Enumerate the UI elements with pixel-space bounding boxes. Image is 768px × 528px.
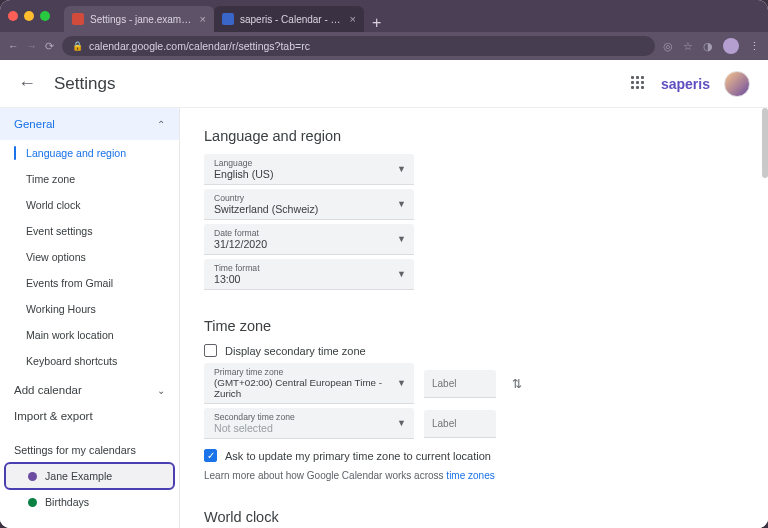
checkbox-label: Display secondary time zone (225, 345, 366, 357)
browser-toolbar: ← → ⟳ 🔒 calendar.google.com/calendar/r/s… (0, 32, 768, 60)
dropdown-primary-timezone[interactable]: Primary time zone (GMT+02:00) Central Eu… (204, 363, 414, 404)
back-arrow-icon[interactable]: ← (18, 73, 36, 94)
calendar-name: Jane Example (45, 470, 112, 482)
swap-timezones-icon[interactable]: ⇅ (512, 377, 522, 391)
sidebar-heading-my-calendars: Settings for my calendars (0, 432, 179, 462)
dropdown-value: Not selected (214, 422, 295, 434)
browser-tab-0[interactable]: Settings - jane.example@sap… × (64, 6, 214, 32)
section-title-language-region: Language and region (204, 128, 744, 144)
calendar-color-dot (28, 498, 37, 507)
sidebar-item-label: Import & export (14, 410, 93, 422)
caret-down-icon: ▼ (397, 164, 406, 174)
caret-down-icon: ▼ (397, 234, 406, 244)
calendar-name: Birthdays (45, 496, 89, 508)
sidebar-item-time-zone[interactable]: Time zone (0, 166, 179, 192)
calendar-item-birthdays[interactable]: Birthdays (6, 490, 173, 514)
dropdown-label: Date format (214, 228, 267, 238)
profile-avatar[interactable] (723, 38, 739, 54)
settings-sidebar: General ⌃ Language and region Time zone … (0, 108, 180, 528)
sidebar-group-label: Add calendar (14, 384, 82, 396)
close-window-button[interactable] (8, 11, 18, 21)
checkbox-ask-update-tz[interactable]: ✓ (204, 449, 217, 462)
calendar-item-jane-example[interactable]: Jane Example (6, 464, 173, 488)
extension-icon[interactable]: ◑ (703, 40, 713, 52)
caret-down-icon: ▼ (397, 269, 406, 279)
url-text: calendar.google.com/calendar/r/settings?… (89, 40, 310, 52)
sidebar-item-event-settings[interactable]: Event settings (0, 218, 179, 244)
caret-down-icon: ▼ (397, 378, 406, 388)
forward-icon[interactable]: → (27, 40, 38, 52)
sidebar-group-add-calendar[interactable]: Add calendar ⌄ (0, 374, 179, 406)
dropdown-label: Language (214, 158, 273, 168)
brand-label: saperis (661, 76, 710, 92)
new-tab-button[interactable]: + (364, 14, 389, 32)
window-controls (8, 11, 50, 21)
tab-favicon (222, 13, 234, 25)
secondary-tz-label-input[interactable] (424, 410, 496, 438)
dropdown-label: Secondary time zone (214, 412, 295, 422)
dropdown-label: Primary time zone (214, 367, 397, 377)
sidebar-item-view-options[interactable]: View options (0, 244, 179, 270)
timezone-learn-more: Learn more about how Google Calendar wor… (204, 470, 744, 481)
reload-icon[interactable]: ⟳ (45, 40, 54, 52)
kebab-menu-icon[interactable]: ⋮ (749, 40, 760, 52)
sidebar-item-main-work-loc[interactable]: Main work location (0, 322, 179, 348)
back-icon[interactable]: ← (8, 40, 19, 52)
dropdown-value: (GMT+02:00) Central European Time - Zuri… (214, 377, 397, 399)
checkbox-label: Ask to update my primary time zone to cu… (225, 450, 491, 462)
browser-tabstrip: Settings - jane.example@sap… × saperis -… (0, 0, 768, 32)
dropdown-label: Country (214, 193, 318, 203)
sidebar-item-world-clock[interactable]: World clock (0, 192, 179, 218)
app-header: ← Settings saperis (0, 60, 768, 108)
google-apps-icon[interactable] (631, 76, 647, 92)
dropdown-secondary-timezone[interactable]: Secondary time zone Not selected ▼ (204, 408, 414, 439)
sidebar-heading-other-calendars: Settings for other calendars (0, 516, 179, 528)
settings-main: Language and region Language English (US… (180, 108, 768, 528)
caret-down-icon: ▼ (397, 418, 406, 428)
close-tab-icon[interactable]: × (200, 13, 206, 25)
sidebar-item-keyboard-shortcuts[interactable]: Keyboard shortcuts (0, 348, 179, 374)
address-bar[interactable]: 🔒 calendar.google.com/calendar/r/setting… (62, 36, 655, 56)
browser-tab-1[interactable]: saperis - Calendar - General s… × (214, 6, 364, 32)
dropdown-label: Time format (214, 263, 260, 273)
dropdown-language[interactable]: Language English (US) ▼ (204, 154, 414, 185)
sidebar-group-general[interactable]: General ⌃ (0, 108, 179, 140)
maximize-window-button[interactable] (40, 11, 50, 21)
scrollbar-thumb[interactable] (762, 108, 768, 178)
sidebar-item-working-hours[interactable]: Working Hours (0, 296, 179, 322)
section-title-time-zone: Time zone (204, 318, 744, 334)
dropdown-date-format[interactable]: Date format 31/12/2020 ▼ (204, 224, 414, 255)
star-icon[interactable]: ☆ (683, 40, 693, 52)
dropdown-value: 31/12/2020 (214, 238, 267, 250)
account-avatar[interactable] (724, 71, 750, 97)
dropdown-value: English (US) (214, 168, 273, 180)
sidebar-item-events-gmail[interactable]: Events from Gmail (0, 270, 179, 296)
tab-title: saperis - Calendar - General s… (240, 14, 344, 25)
sidebar-group-label: General (14, 118, 55, 130)
sidebar-item-import-export[interactable]: Import & export (0, 406, 179, 432)
dropdown-country[interactable]: Country Switzerland (Schweiz) ▼ (204, 189, 414, 220)
caret-down-icon: ▼ (397, 199, 406, 209)
close-tab-icon[interactable]: × (350, 13, 356, 25)
sidebar-item-language-region[interactable]: Language and region (0, 140, 179, 166)
chevron-up-icon: ⌃ (157, 119, 165, 130)
checkbox-display-secondary-tz[interactable] (204, 344, 217, 357)
section-title-world-clock: World clock (204, 509, 744, 525)
eye-icon[interactable]: ◎ (663, 40, 673, 52)
link-time-zones[interactable]: time zones (446, 470, 494, 481)
lock-icon: 🔒 (72, 41, 83, 51)
page-title: Settings (54, 74, 115, 94)
dropdown-value: Switzerland (Schweiz) (214, 203, 318, 215)
dropdown-value: 13:00 (214, 273, 260, 285)
tab-title: Settings - jane.example@sap… (90, 14, 194, 25)
minimize-window-button[interactable] (24, 11, 34, 21)
chevron-down-icon: ⌄ (157, 385, 165, 396)
calendar-color-dot (28, 472, 37, 481)
dropdown-time-format[interactable]: Time format 13:00 ▼ (204, 259, 414, 290)
tab-favicon (72, 13, 84, 25)
primary-tz-label-input[interactable] (424, 370, 496, 398)
